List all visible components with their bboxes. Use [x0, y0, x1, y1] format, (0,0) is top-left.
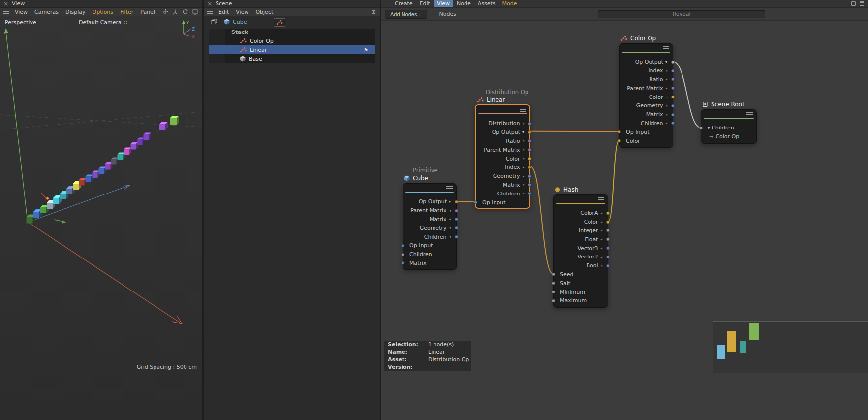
- move-tool-icon[interactable]: [162, 9, 168, 15]
- refresh-icon[interactable]: [182, 9, 188, 15]
- port-ratio[interactable]: Ratio◂: [476, 137, 529, 146]
- add-panel-icon[interactable]: ⊞: [372, 9, 376, 15]
- port-dot[interactable]: [528, 122, 531, 125]
- port-dot[interactable]: [455, 226, 458, 230]
- port-dot[interactable]: [671, 104, 675, 107]
- menu-object[interactable]: Object: [252, 8, 277, 16]
- scene-cube[interactable]: [99, 167, 106, 174]
- node-linear[interactable]: Distribution OpLinearDistribution◂Op Out…: [475, 104, 530, 209]
- menu-options[interactable]: Options: [89, 8, 117, 16]
- port-color-op[interactable]: →Color Op: [701, 132, 756, 141]
- gizmo-center-dot[interactable]: [47, 197, 49, 199]
- nodes-tab[interactable]: Nodes: [439, 11, 456, 17]
- port-dot[interactable]: [606, 255, 610, 258]
- port-op-input[interactable]: Op Input: [620, 128, 673, 136]
- port-dot[interactable]: [528, 183, 531, 187]
- port-minimum[interactable]: Minimum: [554, 288, 608, 296]
- scene-object-row[interactable]: Cube: [204, 17, 380, 27]
- port-integer[interactable]: Integer◂: [554, 226, 608, 235]
- scene-cube[interactable]: [144, 133, 151, 140]
- port-ratio[interactable]: Ratio◂: [620, 75, 673, 84]
- port-dot[interactable]: [606, 220, 610, 224]
- port-dot[interactable]: [618, 130, 621, 134]
- port-dot[interactable]: [671, 60, 675, 64]
- port-dot[interactable]: [671, 96, 675, 99]
- port-op-output[interactable]: Op Output▾: [476, 128, 529, 137]
- scene-cube[interactable]: [170, 116, 179, 125]
- node-menu-icon[interactable]: [598, 197, 604, 202]
- port-dot[interactable]: [455, 200, 458, 203]
- add-nodes-button[interactable]: Add Nodes...: [385, 10, 427, 19]
- port-dot[interactable]: [671, 113, 675, 116]
- port-dot[interactable]: [606, 247, 610, 250]
- reveal-search-field[interactable]: Reveal: [598, 10, 765, 18]
- port-geometry[interactable]: Geometry◂: [620, 101, 673, 110]
- hamburger-icon[interactable]: [207, 10, 213, 14]
- port-dot[interactable]: [528, 174, 531, 178]
- port-dot[interactable]: [618, 139, 621, 143]
- port-dot[interactable]: [552, 299, 555, 302]
- port-dot[interactable]: [474, 201, 477, 204]
- stack-item-color-op[interactable]: Color Op: [209, 36, 375, 45]
- port-salt[interactable]: Salt: [554, 279, 608, 288]
- port-index[interactable]: Index◂: [476, 163, 529, 172]
- port-matrix[interactable]: Matrix: [403, 259, 456, 268]
- port-dot[interactable]: [401, 253, 404, 256]
- port-dot[interactable]: [528, 165, 531, 169]
- wire-colorop-to-sceneroot[interactable]: [673, 62, 701, 128]
- node-menu-icon[interactable]: [446, 186, 453, 191]
- dropdown-icon[interactable]: ▾: [449, 199, 451, 204]
- viewport-3d-canvas[interactable]: [0, 0, 202, 420]
- port-dot[interactable]: [455, 235, 458, 239]
- panel-divider[interactable]: [202, 0, 204, 420]
- port-children[interactable]: Children: [403, 250, 456, 259]
- scene-cube[interactable]: [86, 175, 93, 182]
- port-color[interactable]: Color: [620, 136, 673, 145]
- close-icon[interactable]: ×: [3, 1, 8, 6]
- node-colorop[interactable]: Color OpOp Output▾Index◂Ratio◂Parent Mat…: [619, 43, 673, 148]
- port-matrix[interactable]: Matrix◂: [476, 181, 529, 190]
- dropdown-icon[interactable]: ▾: [665, 60, 667, 64]
- port-op-output[interactable]: Op Output▾: [403, 197, 456, 206]
- menu-assets[interactable]: Assets: [474, 0, 499, 7]
- scene-cube[interactable]: [131, 142, 138, 150]
- port-dot[interactable]: [528, 130, 531, 134]
- port-dot[interactable]: [528, 148, 531, 152]
- port-dot[interactable]: [606, 229, 610, 232]
- port-index[interactable]: Index◂: [620, 66, 673, 75]
- scene-cube[interactable]: [79, 178, 87, 186]
- port-children[interactable]: Children◂: [476, 189, 529, 198]
- port-color[interactable]: Color◂: [476, 154, 529, 163]
- scene-cube[interactable]: [124, 148, 131, 155]
- port-dot[interactable]: [455, 218, 458, 221]
- port-vector3[interactable]: Vector3◂: [554, 244, 608, 253]
- port-float[interactable]: Float◂: [554, 235, 608, 244]
- camera-selector[interactable]: Default Camera ∷: [79, 19, 127, 26]
- port-op-output[interactable]: Op Output▾: [620, 58, 673, 66]
- dropdown-icon[interactable]: ▾: [522, 130, 524, 134]
- port-dot[interactable]: [401, 244, 404, 247]
- port-dot[interactable]: [455, 209, 458, 212]
- port-dot[interactable]: [699, 126, 703, 129]
- port-dot[interactable]: [671, 87, 675, 90]
- port-op-input[interactable]: Op Input: [476, 198, 529, 207]
- node-cube[interactable]: PrimitiveCubeOp Output▾Parent Matrix◂Mat…: [403, 183, 457, 270]
- scene-cube[interactable]: [137, 138, 145, 145]
- port-seed[interactable]: Seed: [554, 270, 608, 279]
- layout-icon[interactable]: [860, 1, 864, 6]
- menu-view[interactable]: View: [11, 8, 31, 16]
- wire-linear-to-hash[interactable]: [530, 166, 553, 274]
- port-children[interactable]: Children◂: [620, 119, 673, 128]
- port-dot[interactable]: [671, 78, 675, 81]
- perspective-label[interactable]: Perspective: [5, 19, 36, 26]
- port-children[interactable]: Children◂: [403, 232, 456, 241]
- node-sceneroot[interactable]: Scene Root▾Children→Color Op: [701, 109, 757, 144]
- port-vector2[interactable]: Vector2◂: [554, 253, 608, 261]
- menu-create[interactable]: Create: [391, 0, 416, 7]
- port-op-input[interactable]: Op Input: [403, 241, 456, 250]
- camera-options-icon[interactable]: ∷: [124, 20, 127, 25]
- menu-display[interactable]: Display: [62, 8, 89, 16]
- port-parent-matrix[interactable]: Parent Matrix◂: [403, 206, 456, 215]
- axis-tool-icon[interactable]: [172, 9, 178, 15]
- node-hash[interactable]: HashColorA◂Color◂Integer◂Float◂Vector3◂V…: [553, 194, 608, 308]
